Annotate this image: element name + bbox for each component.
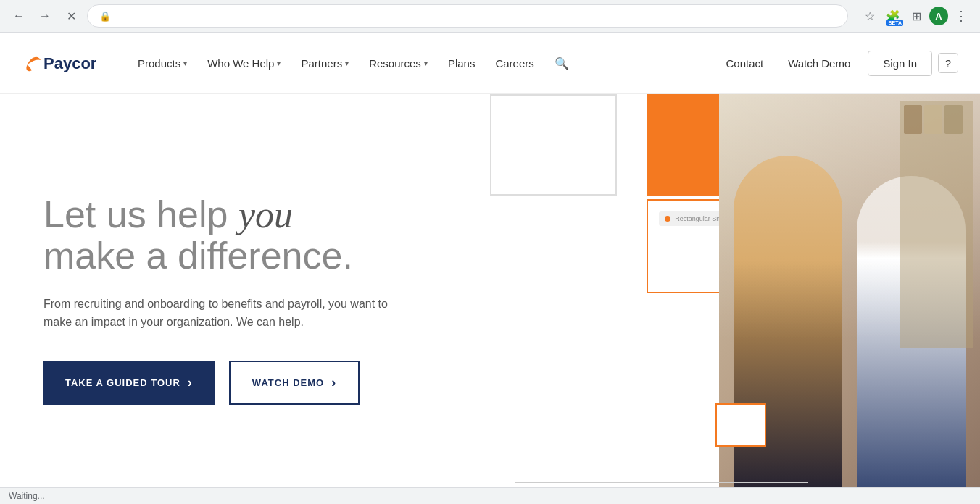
demo-arrow-icon: › <box>331 375 336 390</box>
profile-avatar[interactable]: A <box>929 7 948 25</box>
resources-chevron: ▾ <box>424 59 428 67</box>
white-block-top <box>490 94 617 196</box>
headline-part2: make a difference. <box>43 235 353 277</box>
nav-contact[interactable]: Contact <box>718 51 771 75</box>
help-button[interactable]: ? <box>938 53 958 73</box>
ui-label: Rectangular Sn... <box>675 215 726 222</box>
extensions-icon[interactable]: 🧩 BETA <box>883 6 903 26</box>
hero-buttons: TAKE A GUIDED TOUR › WATCH DEMO › <box>43 361 447 405</box>
nav-resources[interactable]: Resources ▾ <box>362 51 435 75</box>
small-outlined-box <box>715 403 766 447</box>
navigation-bar: Paycor Products ▾ Who We Help ▾ Partners… <box>0 33 980 94</box>
watch-demo-button[interactable]: WATCH DEMO › <box>229 361 360 405</box>
headline-part1: Let us help <box>43 193 238 235</box>
browser-chrome: ← → ✕ 🔒 paycor.com ☆ 🧩 BETA ⊞ A ⋮ <box>0 0 980 33</box>
search-icon[interactable]: 🔍 <box>547 51 576 76</box>
reload-button[interactable]: ✕ <box>61 6 81 26</box>
sign-in-button[interactable]: Sign In <box>868 51 932 76</box>
who-we-help-chevron: ▾ <box>277 59 281 67</box>
status-text: Waiting... <box>9 491 45 501</box>
nav-products[interactable]: Products ▾ <box>130 51 194 75</box>
status-bar: Waiting... <box>0 487 980 504</box>
hero-headline: Let us help you make a difference. <box>43 194 447 277</box>
chrome-menu-button[interactable]: ⋮ <box>951 6 971 26</box>
lock-icon: 🔒 <box>99 11 111 22</box>
dot-icon <box>665 216 670 222</box>
toolbar-icons: ☆ 🧩 BETA ⊞ A ⋮ <box>860 6 971 26</box>
paycor-logo[interactable]: Paycor <box>22 49 101 77</box>
star-icon[interactable]: ☆ <box>860 6 880 26</box>
nav-plans[interactable]: Plans <box>441 51 483 75</box>
puzzle-icon[interactable]: ⊞ <box>906 6 926 26</box>
forward-button[interactable]: → <box>35 6 55 26</box>
hero-subtext: From recruiting and onboarding to benefi… <box>43 295 406 332</box>
logo-svg: Paycor <box>22 49 101 77</box>
products-chevron: ▾ <box>183 59 187 67</box>
nav-right: Contact Watch Demo Sign In ? <box>718 51 958 76</box>
back-button[interactable]: ← <box>9 6 29 26</box>
nav-who-we-help[interactable]: Who We Help ▾ <box>200 51 288 75</box>
address-bar[interactable]: 🔒 paycor.com <box>87 4 848 28</box>
hero-right: Rectangular Sn... <box>490 94 980 504</box>
nav-partners[interactable]: Partners ▾ <box>294 51 356 75</box>
take-guided-tour-button[interactable]: TAKE A GUIDED TOUR › <box>43 361 215 405</box>
url-input[interactable]: paycor.com <box>117 10 836 22</box>
bottom-divider <box>515 482 809 483</box>
bookcase-bg <box>900 101 973 348</box>
nav-careers[interactable]: Careers <box>488 51 541 75</box>
website-content: Paycor Products ▾ Who We Help ▾ Partners… <box>0 33 980 504</box>
svg-text:Paycor: Paycor <box>43 54 97 72</box>
browser-toolbar: ← → ✕ 🔒 paycor.com ☆ 🧩 BETA ⊞ A ⋮ <box>0 0 980 32</box>
nav-links: Products ▾ Who We Help ▾ Partners ▾ Reso… <box>130 51 718 76</box>
hero-left: Let us help you make a difference. From … <box>0 94 490 504</box>
hero-section: Let us help you make a difference. From … <box>0 94 980 504</box>
headline-you: you <box>238 194 293 235</box>
tour-arrow-icon: › <box>188 375 193 390</box>
partners-chevron: ▾ <box>345 59 349 67</box>
beta-badge: BETA <box>886 20 903 26</box>
nav-watch-demo[interactable]: Watch Demo <box>776 51 862 75</box>
